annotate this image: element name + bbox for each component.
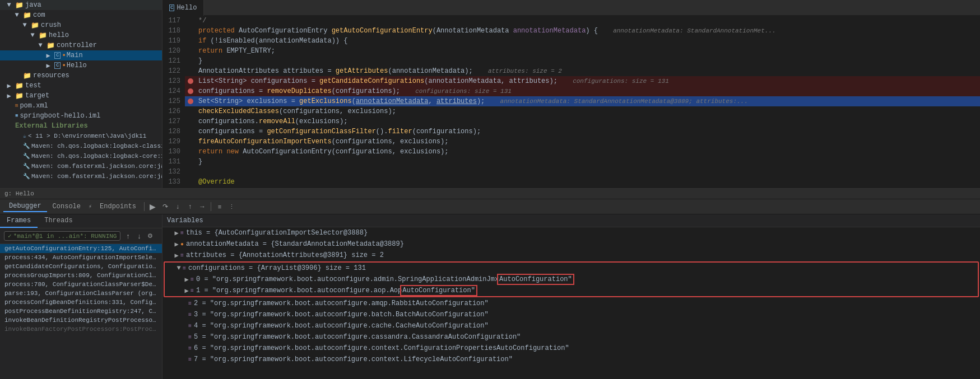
code-editor: C Hello 117 */ 118 protected (162, 0, 980, 188)
var-row-conf-3[interactable]: ≡ 3 = "org.springframework.boot.autoconf… (162, 309, 980, 320)
stack-frame-8[interactable]: invokeBeanDefinitionRegistryPostProcesso… (0, 316, 162, 325)
folder-icon: 📁 (15, 82, 24, 90)
tree-item-test[interactable]: ▶ 📁 test (0, 81, 162, 91)
var-row-conf-4[interactable]: ≡ 4 = "org.springframework.boot.autoconf… (162, 320, 980, 331)
var-row-conf-6[interactable]: ≡ 6 = "org.springframework.boot.autoconf… (162, 343, 980, 354)
var-row-attributes[interactable]: ▶ ≡ attributes = {AnnotationAttributes@3… (162, 250, 980, 261)
step-over-button[interactable]: ↷ (159, 200, 171, 213)
expand-icon (180, 311, 188, 319)
tree-item-resources[interactable]: 📁 resources (0, 71, 162, 81)
var-row-conf-2[interactable]: ≡ 2 = "org.springframework.boot.autoconf… (162, 298, 980, 309)
tree-item-logback1[interactable]: 🔧 Maven: ch.qos.logback:logback-classic:… (0, 141, 162, 151)
step-out-button[interactable]: ↑ (184, 200, 196, 213)
tree-item-pomxml[interactable]: m pom.xml (0, 101, 162, 111)
stack-frame-7[interactable]: postProcessBeanDefinitionRegistry:247, C… (0, 307, 162, 316)
g-tab-label: g: Hello (4, 190, 34, 197)
tree-item-crush[interactable]: ▼ 📁 crush (0, 20, 162, 30)
tree-item-hello-class[interactable]: ▶ C ●Hello (0, 60, 162, 71)
move-up-button[interactable]: ↑ (122, 231, 133, 242)
code-line-120: 120 return EMPTY_ENTRY; (162, 46, 980, 56)
variables-panel: Variables ▶ ≡ this = {AutoConfigurationI… (162, 214, 980, 379)
code-line-121: 121 } (162, 56, 980, 66)
code-content: 117 */ 118 protected AutoConfigurationEn… (162, 16, 980, 188)
expand-icon: ▶ (173, 240, 180, 248)
evaluate-button[interactable]: ≡ (213, 200, 226, 213)
breakpoint-124[interactable] (188, 88, 193, 94)
tree-item-jdk[interactable]: ☕ < 11 > D:\environment\Java\jdk11 (0, 131, 162, 141)
folder-icon: 📁 (15, 1, 24, 10)
running-badge: ✓ *main*@1 in ...ain*: RUNNING (4, 231, 120, 241)
stack-frame-9[interactable]: invokeBeanFactoryPostProcessors:PostProc… (0, 325, 162, 334)
panel-tabs: Frames Threads (0, 214, 162, 228)
iml-icon: ■ (15, 113, 18, 119)
tab-endpoints[interactable]: Endpoints (94, 202, 142, 212)
stack-frame-3[interactable]: processGroupImports:809, ConfigurationCl… (0, 271, 162, 280)
folder-icon: 📁 (23, 11, 31, 20)
run-to-cursor-button[interactable]: → (196, 200, 208, 213)
tree-item-hello[interactable]: ▼ 📁 hello (0, 30, 162, 40)
object-icon: ● (180, 241, 184, 247)
expand-icon: ▼ (36, 41, 45, 50)
jar-icon: 🔧 (23, 163, 30, 170)
tree-item-iml[interactable]: ■ springboot-hello.iml (0, 111, 162, 121)
tree-item-jackson1[interactable]: 🔧 Maven: com.fasterxml.jackson.core:jack… (0, 161, 162, 171)
expand-icon: ▼ (12, 11, 21, 20)
running-checkmark: ✓ (8, 232, 12, 240)
variables-tree: ▶ ≡ this = {AutoConfigurationImportSelec… (162, 227, 980, 379)
tree-spacer (12, 132, 21, 141)
stack-frame-2[interactable]: getCandidateConfigurations, Configuratio… (0, 262, 162, 271)
expand-icon (180, 344, 188, 352)
configurations-outlined-group: ▼ ≡ configurations = {ArrayList@3906} si… (164, 261, 979, 297)
var-row-configurations[interactable]: ▼ ≡ configurations = {ArrayList@3906} si… (165, 263, 978, 274)
tree-item-main[interactable]: ▶ C ●Main (0, 50, 162, 60)
string-icon: ≡ (191, 288, 194, 294)
stack-frame-5[interactable]: parse:193, ConfigurationClassParser (org… (0, 289, 162, 298)
tree-item-java[interactable]: ▼ 📁 java (0, 0, 162, 10)
tab-debugger[interactable]: Debugger (3, 201, 47, 212)
code-line-126: 126 checkExcludedClasses(configurations,… (162, 106, 980, 116)
tree-item-com[interactable]: ▼ 📁 com (0, 10, 162, 20)
string-icon: ≡ (188, 357, 192, 363)
tab-console[interactable]: Console (47, 202, 86, 212)
bottom-area: Frames Threads ✓ *main*@1 in ...ain*: RU… (0, 214, 980, 379)
sdk-icon: ☕ (23, 133, 26, 139)
tree-item-target[interactable]: ▶ 📁 target (0, 91, 162, 101)
tree-item-logback2[interactable]: 🔧 Maven: ch.qos.logback:logback-core:1.2… (0, 151, 162, 161)
var-row-this[interactable]: ▶ ≡ this = {AutoConfigurationImportSelec… (162, 227, 980, 238)
tab-hello[interactable]: C Hello (162, 0, 204, 16)
toolbar-separator-2 (211, 202, 211, 211)
folder-icon: 📁 (23, 72, 31, 80)
var-row-conf-1[interactable]: ▶ ≡ 1 = "org.springframework.boot.autoco… (165, 285, 978, 296)
var-row-conf-5[interactable]: ≡ 5 = "org.springframework.boot.autoconf… (162, 331, 980, 343)
tab-threads[interactable]: Threads (38, 214, 79, 228)
file-tree: ▼ 📁 java ▼ 📁 com ▼ 📁 crush ▼ 📁 hello ▼ (0, 0, 162, 188)
tree-item-jackson2[interactable]: 🔧 Maven: com.fasterxml.jackson.core:jack… (0, 171, 162, 181)
code-line-117: 117 */ (162, 16, 980, 26)
tree-item-external-libs[interactable]: External Libraries (0, 121, 162, 131)
more-options-button[interactable]: ⋮ (226, 200, 238, 213)
tree-spacer (4, 101, 13, 110)
jar-icon: 🔧 (23, 153, 30, 160)
step-into-button[interactable]: ↓ (171, 200, 184, 213)
tab-frames[interactable]: Frames (0, 214, 38, 228)
expand-icon (4, 121, 13, 130)
expand-icon (180, 322, 188, 330)
stack-frame-0[interactable]: getAutoConfigurationEntry:125, AutoConfi… (0, 244, 162, 253)
var-row-conf-0[interactable]: ▶ ≡ 0 = "org.springframework.boot.autoco… (165, 274, 978, 285)
move-down-button[interactable]: ↓ (133, 231, 145, 242)
breakpoint-123[interactable] (188, 78, 193, 84)
tree-item-controller[interactable]: ▼ 📁 controller (0, 40, 162, 50)
stack-frame-4[interactable]: process:780, ConfigurationClassParser$De… (0, 280, 162, 289)
breakpoint-125[interactable] (188, 99, 193, 104)
stack-frame-6[interactable]: processConfigBeanDefinitions:331, Config… (0, 298, 162, 307)
frame-controls: ✓ *main*@1 in ...ain*: RUNNING ↑ ↓ ⚙ (0, 228, 162, 244)
tree-spacer (12, 152, 21, 161)
var-row-conf-7[interactable]: ≡ 7 = "org.springframework.boot.autoconf… (162, 354, 980, 365)
resume-button[interactable]: ▶ (147, 200, 159, 213)
stack-frame-1[interactable]: process:434, AutoConfigurationImportSele… (0, 253, 162, 262)
var-row-annotation-metadata[interactable]: ▶ ● annotationMetadata = {StandardAnnota… (162, 238, 980, 250)
filter-button[interactable]: ⚙ (145, 231, 156, 242)
debugger-toolbar: Debugger Console ⚡ Endpoints ▶ ↷ ↓ ↑ → ≡… (0, 199, 980, 214)
field-icon: ≡ (180, 252, 184, 259)
expand-icon: ▶ (183, 287, 191, 294)
